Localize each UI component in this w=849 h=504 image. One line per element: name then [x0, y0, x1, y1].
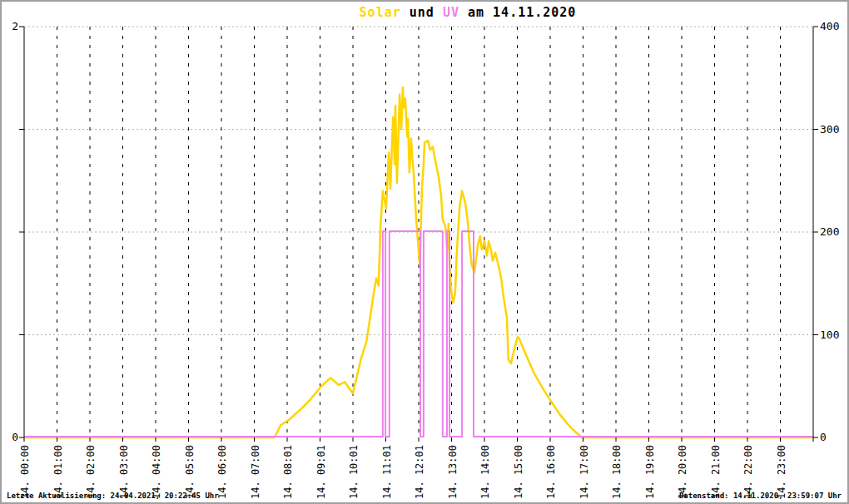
y-tick-label-right: 400 [820, 21, 839, 32]
x-tick-label: 14. 17:00 [578, 445, 590, 499]
x-tick-label: 14. 09:01 [315, 445, 327, 499]
y-tick-label-right: 300 [820, 124, 839, 136]
x-tick-label: 14. 18:00 [611, 445, 623, 499]
data-timestamp-text: Datenstand: 14.11.2020, 23:59:07 Uhr [679, 492, 842, 500]
y-tick-label-left: 0 [5, 432, 18, 443]
y-tick-label-left: 2 [5, 21, 18, 32]
x-tick-label: 14. 19:00 [644, 445, 656, 499]
x-tick-label: 14. 13:00 [447, 445, 459, 499]
y-tick-label-right: 0 [820, 432, 827, 443]
x-tick-label: 14. 12:01 [414, 445, 425, 499]
x-tick-label: 14. 16:00 [545, 445, 557, 499]
x-tick-label: 14. 11:01 [381, 445, 393, 499]
last-update-text: Letzte Aktualisierung: 24.04.2021, 20:22… [7, 492, 219, 500]
y-tick-label-right: 100 [820, 329, 839, 341]
x-tick-label: 14. 15:00 [513, 445, 524, 499]
x-tick-label: 14. 10:01 [348, 445, 360, 499]
x-tick-label: 14. 07:00 [250, 445, 261, 499]
y-tick-label-right: 200 [820, 226, 839, 238]
chart-frame: Solar und UV am 14.11.2020 20 4003002001… [0, 0, 849, 504]
x-tick-label: 14. 14:00 [479, 445, 491, 499]
x-tick-label: 14. 08:01 [282, 445, 294, 499]
chart-canvas [2, 2, 849, 504]
